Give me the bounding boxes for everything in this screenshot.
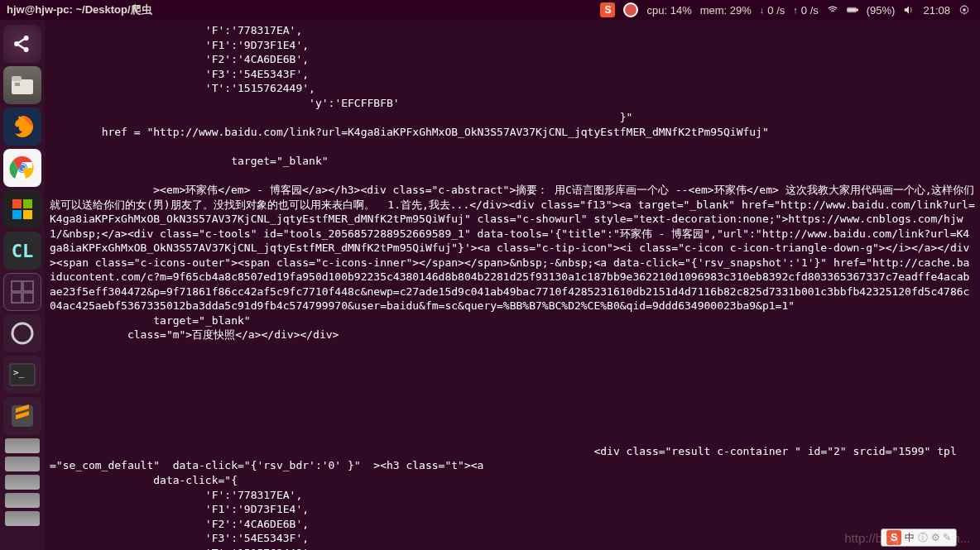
window-title: hjw@hjw-pc: ~/Desktop/爬虫 xyxy=(3,2,152,17)
clion-icon[interactable]: CL xyxy=(3,232,41,270)
svg-rect-2 xyxy=(848,8,855,11)
firefox-icon[interactable] xyxy=(3,108,41,146)
battery-percent: (95%) xyxy=(867,4,896,17)
svg-rect-22 xyxy=(23,293,33,303)
mounted-drive-icon[interactable] xyxy=(5,475,40,490)
net-down: ↓ 0 /s xyxy=(760,4,785,17)
svg-rect-19 xyxy=(12,281,22,291)
svg-rect-16 xyxy=(23,199,32,208)
svg-point-23 xyxy=(12,323,32,343)
dash-icon[interactable] xyxy=(3,25,41,63)
svg-text:>_: >_ xyxy=(13,367,25,378)
unity-launcher: CL >_ xyxy=(0,20,45,550)
volume-icon[interactable] xyxy=(903,4,915,16)
mounted-drive-icon[interactable] xyxy=(5,511,40,526)
mounted-drive-icon[interactable] xyxy=(5,438,40,453)
opera-icon[interactable] xyxy=(3,314,41,352)
svg-point-3 xyxy=(963,8,966,12)
chrome-icon[interactable] xyxy=(3,149,41,187)
mounted-drive-icon[interactable] xyxy=(5,493,40,508)
terminal-output[interactable]: 'F':'778317EA', 'F1':'9D73F1E4', 'F2':'4… xyxy=(45,20,980,550)
clock: 21:08 xyxy=(923,4,950,17)
no-entry-icon[interactable] xyxy=(623,2,638,17)
gear-icon[interactable] xyxy=(958,4,970,16)
svg-rect-7 xyxy=(12,79,33,94)
sublime-icon[interactable] xyxy=(3,397,41,435)
top-menu-bar: hjw@hjw-pc: ~/Desktop/爬虫 S cpu: 14% mem:… xyxy=(0,0,980,20)
wifi-icon[interactable] xyxy=(827,4,838,16)
svg-rect-1 xyxy=(857,9,858,11)
mem-indicator: mem: 29% xyxy=(700,4,752,17)
svg-rect-9 xyxy=(15,83,20,86)
workspace-switcher-icon[interactable] xyxy=(3,273,41,311)
watermark-text: http://blog.csdn.net/h... xyxy=(844,531,970,545)
files-icon[interactable] xyxy=(3,66,41,104)
battery-icon[interactable] xyxy=(847,4,858,16)
sogou-ime-icon[interactable]: S xyxy=(600,2,615,17)
svg-rect-15 xyxy=(12,199,22,208)
svg-rect-18 xyxy=(23,210,32,219)
system-tray: S cpu: 14% mem: 29% ↓ 0 /s ↑ 0 /s (95%) … xyxy=(600,2,977,17)
mounted-drive-icon[interactable] xyxy=(5,457,40,471)
svg-rect-8 xyxy=(12,76,22,81)
svg-rect-17 xyxy=(12,210,22,219)
svg-rect-20 xyxy=(23,281,33,291)
virtualbox-icon[interactable] xyxy=(3,190,41,228)
cpu-indicator: cpu: 14% xyxy=(646,4,691,17)
svg-rect-21 xyxy=(12,293,22,303)
net-up: ↑ 0 /s xyxy=(793,4,818,17)
terminal-icon[interactable]: >_ xyxy=(3,356,41,394)
